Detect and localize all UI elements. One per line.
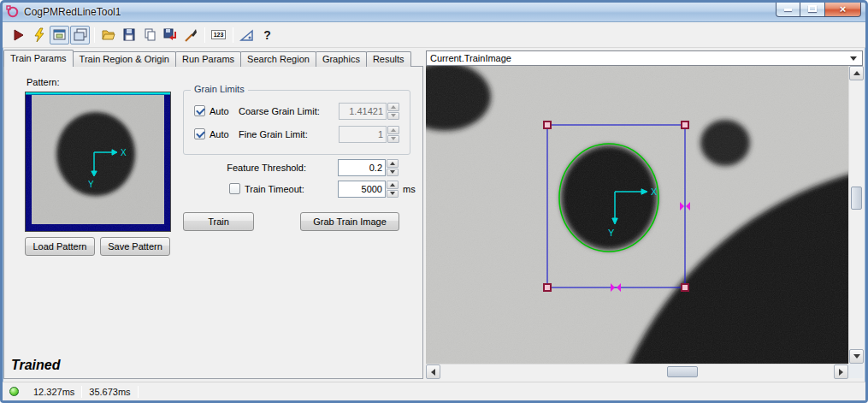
floppy-icon	[121, 27, 137, 43]
floppy-arrow-icon	[162, 27, 178, 43]
window-title: CogPMRedLineTool1	[24, 6, 121, 18]
help-button[interactable]: ?	[257, 26, 277, 44]
tool-state-label: Trained	[11, 358, 61, 373]
horizontal-scroll-thumb[interactable]	[667, 366, 698, 377]
feature-threshold-spinner[interactable]	[387, 159, 399, 176]
grain-limits-title: Grain Limits	[191, 84, 248, 94]
minimize-button[interactable]	[776, 3, 800, 17]
toolbar-separator	[233, 27, 233, 43]
titlebar: CogPMRedLineTool1 ×	[3, 3, 865, 22]
image-viewport[interactable]: X Y	[426, 66, 848, 364]
maximize-button[interactable]	[800, 3, 824, 17]
tab-train-params[interactable]: Train Params	[3, 50, 74, 67]
train-button[interactable]: Train	[183, 212, 254, 231]
open-file-button[interactable]	[98, 26, 118, 44]
fine-grain-limit-label: Fine Grain Limit:	[239, 129, 308, 139]
tab-train-region-origin[interactable]: Train Region & Origin	[73, 51, 176, 67]
set-square-icon	[239, 27, 255, 43]
grab-train-image-button[interactable]: Grab Train Image	[300, 212, 399, 231]
auto-fine-checkbox[interactable]	[194, 128, 205, 139]
scroll-left-button[interactable]	[426, 364, 440, 379]
scrollbar-corner	[848, 364, 863, 378]
status-separator	[138, 386, 139, 398]
toolbar: 123 ?	[3, 22, 865, 48]
svg-text:Y: Y	[88, 180, 94, 189]
fine-grain-spinner	[387, 126, 399, 143]
tab-strip: Train Params Train Region & Origin Run P…	[3, 50, 410, 67]
play-icon	[11, 27, 27, 43]
minimize-icon	[784, 9, 792, 11]
tool-image-display-button[interactable]	[50, 26, 69, 44]
image-panel: Current.TrainImage	[426, 50, 863, 378]
arrow-right-icon	[839, 369, 843, 376]
grain-limits-group: Grain Limits Auto Coarse Grain Limit: 1.…	[183, 90, 410, 155]
window-controls: ×	[776, 3, 861, 17]
help-icon: ?	[263, 28, 271, 42]
auto-coarse-label: Auto	[210, 106, 229, 116]
floating-window-button[interactable]	[70, 26, 90, 44]
app-icon	[6, 5, 20, 19]
scroll-down-button[interactable]	[849, 349, 864, 364]
brush-icon	[183, 27, 198, 43]
tab-search-region[interactable]: Search Region	[240, 51, 316, 67]
save-image-button[interactable]	[160, 26, 180, 44]
tab-results[interactable]: Results	[366, 51, 411, 67]
image-noise	[426, 66, 848, 364]
measure-button[interactable]	[237, 26, 257, 44]
region-top-edge-graphic	[26, 92, 170, 95]
auto-fine-label: Auto	[210, 129, 229, 139]
train-timeout-checkbox[interactable]	[229, 183, 240, 194]
toolbar-separator	[94, 27, 95, 43]
scroll-up-button[interactable]	[849, 66, 864, 80]
tab-graphics[interactable]: Graphics	[316, 51, 367, 67]
statusbar: 12.327ms 35.673ms	[3, 382, 865, 400]
open-folder-icon	[101, 27, 116, 43]
arrow-up-icon	[853, 71, 860, 75]
tab-run-params[interactable]: Run Params	[175, 51, 241, 67]
lightning-icon	[32, 27, 47, 43]
copy-tool-button[interactable]	[139, 26, 159, 44]
horizontal-scrollbar[interactable]	[426, 364, 848, 378]
feature-threshold-field[interactable]: 0.2	[338, 159, 399, 176]
pattern-view: X Y	[25, 92, 171, 232]
close-button[interactable]: ×	[824, 3, 861, 17]
maximize-icon	[808, 5, 817, 12]
train-timeout-units: ms	[403, 184, 416, 194]
svg-text:X: X	[651, 187, 658, 197]
chevron-down-icon	[850, 56, 857, 61]
train-timeout-spinner[interactable]	[387, 181, 399, 198]
train-timeout-field[interactable]: 5000	[338, 181, 399, 198]
svg-text:Y: Y	[608, 228, 615, 238]
fine-grain-limit-field: 1	[339, 126, 399, 143]
windows-icon	[73, 27, 88, 43]
run-continuous-button[interactable]	[29, 26, 49, 44]
auto-coarse-checkbox[interactable]	[194, 105, 205, 116]
numeric-display-button[interactable]: 123	[209, 26, 228, 44]
tool-window: CogPMRedLineTool1 ×	[0, 0, 868, 403]
save-file-button[interactable]	[119, 26, 139, 44]
load-pattern-button[interactable]: Load Pattern	[25, 237, 95, 256]
coarse-grain-limit-field: 1.41421	[339, 103, 399, 120]
pattern-label: Pattern:	[27, 77, 60, 87]
close-icon: ×	[840, 3, 847, 15]
run-tool-button[interactable]	[9, 26, 28, 44]
pattern-image: X Y	[26, 92, 170, 231]
graphics-brush-button[interactable]	[180, 26, 200, 44]
tool-display-icon	[52, 27, 68, 43]
vertical-scrollbar[interactable]	[848, 66, 863, 364]
feature-threshold-label: Feature Threshold:	[178, 163, 306, 173]
scroll-right-button[interactable]	[834, 364, 848, 379]
arrow-down-icon	[853, 354, 860, 359]
toolbar-separator	[204, 27, 205, 43]
save-pattern-button[interactable]: Save Pattern	[100, 237, 170, 256]
train-timeout-label: Train Timeout:	[245, 184, 304, 194]
status-time-2: 35.673ms	[82, 387, 137, 397]
status-time-1: 12.327ms	[27, 387, 81, 397]
image-source-selector[interactable]: Current.TrainImage	[426, 50, 863, 66]
vertical-scroll-thumb[interactable]	[851, 187, 862, 210]
coarse-grain-limit-label: Coarse Grain Limit:	[239, 106, 320, 116]
train-params-page: Pattern:	[3, 66, 423, 379]
arrow-left-icon	[431, 369, 435, 376]
image-display[interactable]: X Y	[426, 66, 848, 364]
svg-text:X: X	[121, 148, 127, 157]
